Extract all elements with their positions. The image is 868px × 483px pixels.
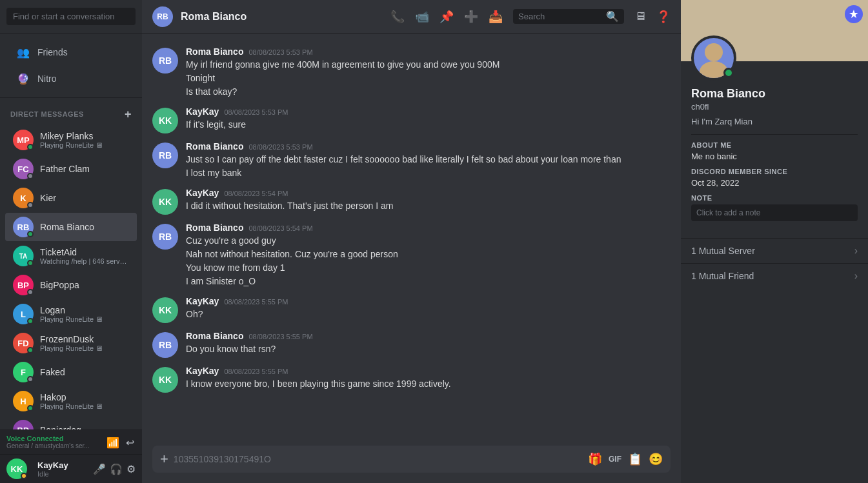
dm-item-ticket[interactable]: TA TicketAid Watching /help | 646 server… <box>5 242 137 270</box>
inbox-icon[interactable]: 📥 <box>489 10 503 24</box>
mutual-friend-item[interactable]: 1 Mutual Friend › <box>681 263 868 288</box>
dm-item-father[interactable]: FC Father Clam <box>5 155 137 183</box>
msg-header: Roma Bianco 08/08/2023 5:53 PM <box>186 141 671 152</box>
dm-name: TicketAid <box>40 247 129 257</box>
add-friend-icon[interactable]: ➕ <box>464 10 478 24</box>
msg-time: 08/08/2023 5:54 PM <box>248 224 312 232</box>
dm-item-faked[interactable]: F Faked <box>5 358 137 386</box>
msg-author: Roma Bianco <box>186 46 243 57</box>
settings-icon[interactable]: ⚙ <box>126 463 136 475</box>
dm-item-logan[interactable]: L Logan Playing RuneLite 🖥 <box>5 300 137 328</box>
dm-section-header: DIRECT MESSAGES + <box>0 98 142 123</box>
msg-author: KayKay <box>186 106 219 117</box>
note-input[interactable]: Click to add a note <box>691 204 858 221</box>
user-bar-status: Idle <box>37 470 89 478</box>
avatar-wrap: RB <box>13 217 34 237</box>
dm-item-roma[interactable]: RB Roma Bianco <box>5 213 137 241</box>
msg-avatar: KK <box>152 189 178 215</box>
msg-text: I know everyone bro, I been playing this… <box>186 377 671 391</box>
dm-name: Logan <box>40 305 129 315</box>
dm-section-label: DIRECT MESSAGES <box>10 110 84 118</box>
dm-name: Faked <box>40 367 129 377</box>
sidebar-item-friends[interactable]: 👥 Friends <box>5 39 137 65</box>
msg-author: KayKay <box>186 188 219 198</box>
msg-content: KayKay 08/08/2023 5:54 PM I did it witho… <box>186 188 671 215</box>
profile-body: Roma Bianco ch0fl Hi I'm Zarq Mian ABOUT… <box>681 61 868 238</box>
dm-info: Roma Bianco <box>40 222 129 232</box>
sidebar-item-nitro[interactable]: 🔮 Nitro <box>5 66 137 92</box>
msg-time: 08/08/2023 5:53 PM <box>224 108 288 116</box>
msg-text: Nah not without hesitation. Cuz you're a… <box>186 248 671 261</box>
msg-author: KayKay <box>186 296 219 306</box>
msg-avatar: RB <box>152 332 178 358</box>
mutual-friend-label: 1 Mutual Friend <box>691 271 754 281</box>
dm-item-bigpoppa[interactable]: BP BigPoppa <box>5 271 137 299</box>
dm-name: Mikey Planks <box>40 131 129 141</box>
attachment-button[interactable]: + <box>160 446 168 473</box>
profile-avatar-wrap <box>691 35 736 81</box>
msg-author: KayKay <box>186 366 219 376</box>
msg-content: Roma Bianco 08/08/2023 5:54 PM Cuz you'r… <box>186 222 671 288</box>
msg-text: Cuz you're a good guy <box>186 234 671 248</box>
avatar-wrap: F <box>13 362 34 382</box>
dm-info: Mikey Planks Playing RuneLite 🖥 <box>40 131 129 149</box>
voice-settings-icon[interactable]: 📶 <box>105 435 121 450</box>
dm-item-kier[interactable]: K Kier <box>5 184 137 212</box>
avatar-wrap: FC <box>13 159 34 179</box>
msg-content: Roma Bianco 08/08/2023 5:55 PM Do you kn… <box>186 331 671 358</box>
msg-text: I am Sinister o_O <box>186 275 671 288</box>
chat-header: RB Roma Bianco 📞 📹 📌 ➕ 📥 🔍 🖥 ❓ <box>142 0 681 34</box>
avatar-wrap: H <box>13 391 34 411</box>
message-input[interactable] <box>174 446 583 472</box>
header-search-input[interactable] <box>518 12 602 21</box>
main-chat: RB Roma Bianco 📞 📹 📌 ➕ 📥 🔍 🖥 ❓ RB Roma B… <box>142 0 681 483</box>
note-label: NOTE <box>691 194 858 202</box>
friends-icon: 👥 <box>15 44 31 60</box>
call-icon[interactable]: 📞 <box>390 10 405 24</box>
dm-item-mikey[interactable]: MP Mikey Planks Playing RuneLite 🖥 <box>5 126 137 154</box>
emoji-icon[interactable]: 😊 <box>649 452 663 466</box>
add-dm-button[interactable]: + <box>125 108 132 120</box>
help-icon[interactable]: ❓ <box>656 10 671 24</box>
dm-item-benjer[interactable]: BD Benjerdog <box>5 416 137 429</box>
input-icons: 🎁 GIF 📋 😊 <box>588 452 663 466</box>
pin-icon[interactable]: 📌 <box>439 10 454 24</box>
message-group: KK KayKay 08/08/2023 5:53 PM If it's leg… <box>142 104 681 136</box>
msg-avatar: RB <box>152 48 178 74</box>
search-input[interactable] <box>6 8 136 25</box>
member-since-label: DISCORD MEMBER SINCE <box>691 168 858 175</box>
inbox-notif-icon[interactable]: 🖥 <box>634 10 646 23</box>
member-since-value: Oct 28, 2022 <box>691 178 858 188</box>
gif-icon[interactable]: GIF <box>609 455 621 464</box>
msg-header: KayKay 08/08/2023 5:55 PM <box>186 366 671 376</box>
msg-content: KayKay 08/08/2023 5:55 PM I know everyon… <box>186 366 671 393</box>
msg-avatar: KK <box>152 297 178 323</box>
msg-avatar: RB <box>152 143 178 168</box>
msg-time: 08/08/2023 5:55 PM <box>248 333 312 340</box>
avatar: BD <box>13 420 34 429</box>
message-group: KK KayKay 08/08/2023 5:55 PM I know ever… <box>142 363 681 395</box>
message-input-box: + 🎁 GIF 📋 😊 <box>152 446 671 473</box>
svg-point-0 <box>705 43 723 61</box>
user-bar: KK KayKay Idle 🎤 🎧 ⚙ <box>0 454 142 483</box>
chat-header-icons: 📞 📹 📌 ➕ 📥 🔍 🖥 ❓ <box>390 9 671 24</box>
gift-icon[interactable]: 🎁 <box>588 452 602 466</box>
dm-item-hakop[interactable]: H Hakop Playing RuneLite 🖥 <box>5 387 137 415</box>
search-icon: 🔍 <box>606 10 619 23</box>
deafen-icon[interactable]: 🎧 <box>110 463 123 475</box>
mutual-server-item[interactable]: 1 Mutual Server › <box>681 238 868 263</box>
sticker-icon[interactable]: 📋 <box>628 452 642 466</box>
status-dot <box>27 318 34 324</box>
about-me-label: ABOUT ME <box>691 141 858 149</box>
dm-status: Playing RuneLite 🖥 <box>40 141 129 149</box>
voice-disconnect-icon[interactable]: ↩ <box>125 435 136 450</box>
mute-icon[interactable]: 🎤 <box>93 463 106 475</box>
avatar-wrap: BD <box>13 420 34 429</box>
msg-content: Roma Bianco 08/08/2023 5:53 PM Just so I… <box>186 141 671 180</box>
video-icon[interactable]: 📹 <box>415 10 429 24</box>
sidebar-nav: 👥 Friends 🔮 Nitro <box>0 34 142 98</box>
dm-status: Playing RuneLite 🖥 <box>40 344 129 352</box>
dm-item-frozen[interactable]: FD FrozennDusk Playing RuneLite 🖥 <box>5 329 137 357</box>
profile-status-dot <box>723 68 734 78</box>
user-status-dot <box>21 473 27 479</box>
